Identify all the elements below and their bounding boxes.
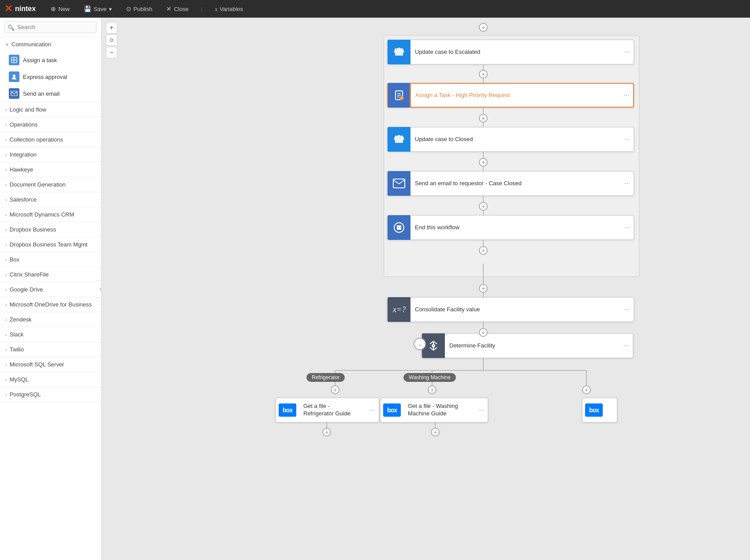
node-update-escalated[interactable]: Update case to Escalated ··· [387, 40, 634, 64]
node-get-file-right[interactable]: box [582, 398, 617, 422]
sidebar: 🔍 ∨ Communication Assign a task [0, 18, 101, 560]
node-end-menu[interactable]: ··· [621, 216, 634, 239]
node-end-workflow[interactable]: End this workflow ··· [387, 215, 634, 240]
new-button[interactable]: ⊕ New [47, 4, 73, 14]
category-collection-ops-header[interactable]: › Collection operations [0, 132, 101, 147]
category-ms-sql: › Microsoft SQL Server [0, 357, 101, 372]
category-mysql-header[interactable]: › MySQL [0, 372, 101, 387]
connector-7[interactable]: + [479, 328, 488, 337]
category-ms-dynamics-header[interactable]: › Microsoft Dynamics CRM [0, 207, 101, 222]
node-determine-facility[interactable]: Determine Facility ··· [422, 333, 633, 358]
zoom-out-button[interactable]: − [106, 47, 117, 58]
connector-branch-center[interactable]: + [428, 385, 437, 394]
logo-x-icon: ✕ [4, 3, 12, 15]
chevron-right-icon: › [5, 167, 7, 172]
connector-branch-right[interactable]: + [582, 385, 591, 394]
close-button[interactable]: ✕ Close [163, 4, 192, 14]
category-box-header[interactable]: › Box [0, 252, 101, 267]
category-salesforce-header[interactable]: › Salesforce [0, 192, 101, 207]
sidebar-item-send-email[interactable]: Send an email [0, 85, 101, 102]
communication-items: Assign a task Express approval Send an e… [0, 52, 101, 102]
main-layout: 🔍 ∨ Communication Assign a task [0, 18, 750, 560]
box-refrigerator-icon: box [276, 400, 299, 420]
category-dropbox-header[interactable]: › Dropbox Business [0, 222, 101, 237]
category-hawkeye: › Hawkeye [0, 162, 101, 177]
node-washing-menu[interactable]: ··· [475, 398, 488, 422]
category-slack-header[interactable]: › Slack [0, 327, 101, 342]
node-consolidate-menu[interactable]: ··· [621, 298, 634, 321]
node-assign-high-priority[interactable]: Assign a Task - High Priority Request ··… [387, 83, 634, 108]
node-update-closed[interactable]: Update case to Closed ··· [387, 127, 634, 152]
branch-label-washing-machine: Washing Machine [403, 373, 456, 382]
connector-6[interactable]: + [479, 284, 488, 293]
chevron-right-icon: › [5, 272, 7, 277]
variables-icon: 𝑥 [215, 5, 217, 13]
node-get-file-washing[interactable]: box Get a file - Washing Machine Guide ·… [380, 398, 488, 422]
category-document-gen: › Document Generation [0, 177, 101, 192]
category-citrix-header[interactable]: › Citrix ShareFile [0, 267, 101, 282]
connector-1[interactable]: + [479, 70, 488, 78]
sidebar-item-express-approval[interactable]: Express approval [0, 68, 101, 85]
node-get-file-refrigerator[interactable]: box Get a file - Refrigerator Guide ··· [276, 398, 379, 422]
search-input[interactable] [4, 21, 97, 33]
category-document-gen-header[interactable]: › Document Generation [0, 177, 101, 192]
node-email-label: Send an email to requestor - Case Closed [410, 180, 621, 187]
connector-5[interactable]: + [479, 246, 488, 255]
connector-top[interactable]: + [479, 23, 488, 32]
node-consolidate-facility[interactable]: x=? Consolidate Facility value ··· [387, 297, 634, 322]
category-collection-ops: › Collection operations [0, 132, 101, 147]
category-zendesk-header[interactable]: › Zendesk [0, 312, 101, 327]
node-send-email-requestor[interactable]: Send an email to requestor - Case Closed… [387, 171, 634, 196]
chevron-right-icon: › [5, 302, 7, 307]
connector-2[interactable]: + [479, 114, 488, 123]
publish-button[interactable]: ⊙ Publish [123, 4, 156, 14]
save-icon: 💾 [84, 5, 91, 12]
category-dropbox-team-header[interactable]: › Dropbox Business Team Mgmt [0, 237, 101, 252]
node-assign-icon [388, 83, 411, 108]
chevron-right-icon: › [5, 227, 7, 232]
zoom-in-button[interactable]: + [106, 22, 117, 34]
workflow-canvas[interactable]: + ⊙ − + Update case to Escalated ··· + [101, 18, 750, 560]
collapse-sidebar-button[interactable]: ‹ [96, 280, 101, 298]
save-dropdown-icon: ▾ [109, 6, 112, 12]
save-button[interactable]: 💾 Save ▾ [80, 4, 116, 14]
category-communication: ∨ Communication Assign a task Exp [0, 37, 101, 102]
node-determine-menu[interactable]: ··· [620, 334, 633, 358]
connector-bottom-left[interactable]: + [322, 428, 331, 437]
node-escalated-menu[interactable]: ··· [621, 40, 634, 64]
sidebar-scroll: ∨ Communication Assign a task Exp [0, 37, 101, 560]
category-mysql: › MySQL [0, 372, 101, 387]
node-closed-menu[interactable]: ··· [621, 127, 634, 151]
category-google-drive-header[interactable]: › Google Drive [0, 282, 101, 297]
connector-bottom-center[interactable]: + [431, 428, 440, 437]
box-logo-refrigerator: box [279, 403, 296, 417]
category-logic-flow: › Logic and flow [0, 102, 101, 117]
category-ms-sql-header[interactable]: › Microsoft SQL Server [0, 357, 101, 372]
node-closed-label: Update case to Closed [410, 136, 621, 143]
category-slack: › Slack [0, 327, 101, 342]
category-hawkeye-header[interactable]: › Hawkeye [0, 162, 101, 177]
chevron-right-icon: › [5, 107, 7, 112]
node-refrigerator-menu[interactable]: ··· [366, 398, 379, 422]
category-twilio-header[interactable]: › Twilio [0, 342, 101, 357]
connector-3[interactable]: + [479, 158, 488, 167]
svg-point-9 [432, 344, 435, 347]
node-escalated-icon [388, 40, 410, 64]
chevron-right-icon: › [5, 212, 7, 217]
chevron-right-icon: › [5, 287, 7, 292]
connector-4[interactable]: + [479, 202, 488, 211]
category-integration-header[interactable]: › Integration [0, 147, 101, 162]
chevron-right-icon: › [5, 317, 7, 322]
category-ms-dynamics: › Microsoft Dynamics CRM [0, 207, 101, 222]
variables-button[interactable]: 𝑥 Variables [211, 4, 246, 15]
connector-branch-left[interactable]: + [331, 385, 340, 394]
node-assign-menu[interactable]: ··· [620, 84, 633, 107]
node-email-menu[interactable]: ··· [621, 172, 634, 195]
category-operations-header[interactable]: › Operations [0, 117, 101, 132]
sidebar-item-assign-task[interactable]: Assign a task [0, 52, 101, 68]
category-postgresql-header[interactable]: › PostgreSQL [0, 387, 101, 402]
zoom-fit-button[interactable]: ⊙ [106, 34, 117, 46]
category-ms-onedrive-header[interactable]: › Microsoft OneDrive for Business [0, 297, 101, 312]
category-logic-flow-header[interactable]: › Logic and flow [0, 102, 101, 117]
category-communication-header[interactable]: ∨ Communication [0, 37, 101, 52]
